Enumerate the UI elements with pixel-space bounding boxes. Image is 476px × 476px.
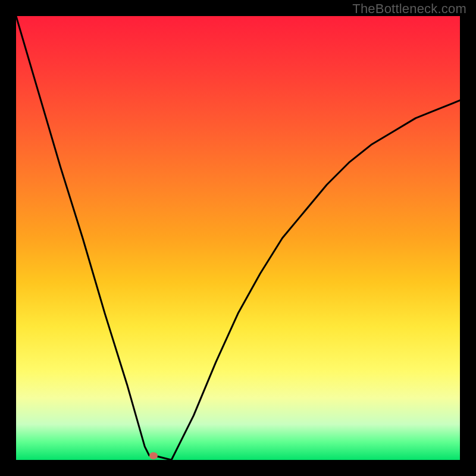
bottleneck-curve (16, 16, 460, 460)
watermark-text: TheBottleneck.com (352, 1, 466, 17)
plot-area (16, 16, 460, 460)
minimum-marker (149, 452, 158, 459)
chart-frame: TheBottleneck.com (0, 0, 476, 476)
